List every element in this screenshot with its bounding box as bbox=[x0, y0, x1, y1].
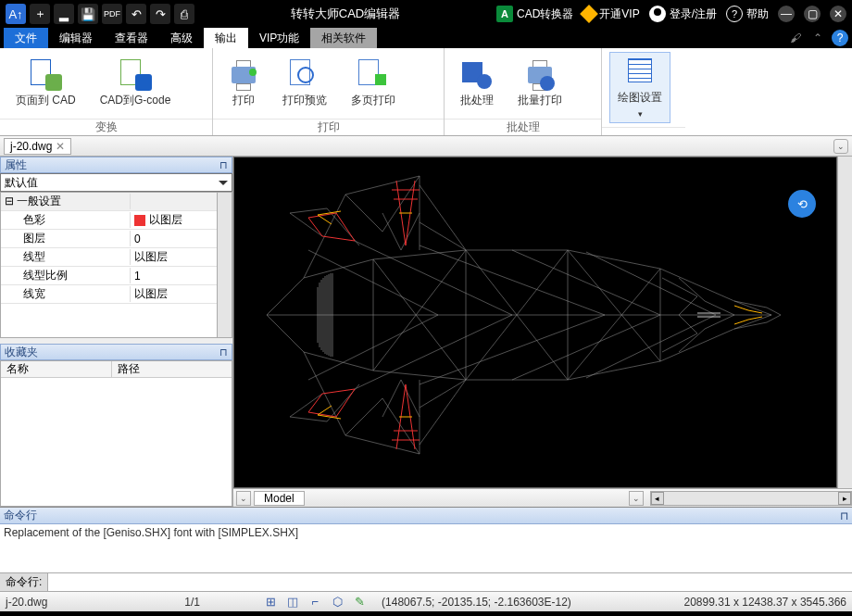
scrollbar[interactable] bbox=[217, 193, 232, 337]
vip-button[interactable]: 开通VIP bbox=[583, 6, 639, 22]
ribbon: 页面到 CAD CAD到G-code 变换 打印 打印预览 多页打印 打印 批处… bbox=[0, 48, 852, 136]
tab-advanced[interactable]: 高级 bbox=[159, 28, 204, 48]
help-button[interactable]: ?帮助 bbox=[726, 6, 769, 22]
batch-print-button[interactable]: 批量打印 bbox=[509, 55, 570, 113]
favorites-header: 收藏夹⊓ bbox=[0, 344, 232, 360]
close-tab-icon[interactable]: ✕ bbox=[56, 140, 65, 153]
tab-dropdown-icon[interactable]: ⌄ bbox=[833, 139, 848, 154]
command-input[interactable] bbox=[48, 573, 852, 591]
snap-icon[interactable]: ◫ bbox=[285, 595, 300, 610]
draw-settings-button[interactable]: 绘图设置▾ bbox=[609, 52, 670, 123]
login-button[interactable]: 登录/注册 bbox=[649, 6, 717, 22]
help-icon[interactable]: ? bbox=[832, 30, 848, 46]
status-bar: j-20.dwg 1/1 ⊞ ◫ ⌐ ⬡ ✎ (148067.5; -20135… bbox=[0, 591, 852, 611]
properties-header: 属性⊓ bbox=[0, 157, 232, 173]
command-output: Replacement of the [Geniso.SHX] font wit… bbox=[0, 524, 852, 572]
pdf-icon[interactable]: PDF bbox=[102, 4, 122, 24]
group-batch: 批处理 bbox=[445, 119, 601, 135]
redo-icon[interactable]: ↷ bbox=[150, 4, 170, 24]
polar-icon[interactable]: ⬡ bbox=[330, 595, 345, 610]
open-icon[interactable]: ▂ bbox=[54, 4, 74, 24]
status-file: j-20.dwg bbox=[6, 596, 47, 609]
pin-icon[interactable]: ⊓ bbox=[840, 509, 848, 522]
osnap-icon[interactable]: ✎ bbox=[352, 595, 367, 610]
batch-button[interactable]: 批处理 bbox=[452, 55, 502, 113]
file-tab-bar: j-20.dwg✕ ⌄ bbox=[0, 136, 852, 157]
vscrollbar[interactable] bbox=[837, 157, 852, 488]
hscrollbar[interactable]: ◂▸ bbox=[650, 491, 852, 506]
tab-viewer[interactable]: 查看器 bbox=[104, 28, 159, 48]
prop-row[interactable]: 线型比例1 bbox=[1, 267, 232, 285]
converter-button[interactable]: ACAD转换器 bbox=[496, 6, 573, 22]
undo-icon[interactable]: ↶ bbox=[126, 4, 146, 24]
status-coord: (148067.5; -20135.15; -2.163603E-12) bbox=[382, 596, 571, 609]
cad-to-gcode-button[interactable]: CAD到G-code bbox=[92, 55, 180, 113]
page-to-cad-button[interactable]: 页面到 CAD bbox=[7, 55, 84, 113]
file-tab[interactable]: j-20.dwg✕ bbox=[4, 138, 71, 155]
print-icon[interactable]: ⎙ bbox=[174, 4, 194, 24]
app-logo: A↑ bbox=[6, 4, 26, 24]
pin-icon[interactable]: ⊓ bbox=[219, 346, 228, 358]
tab-vip[interactable]: VIP功能 bbox=[248, 28, 310, 48]
print-button[interactable]: 打印 bbox=[220, 55, 267, 113]
prop-group[interactable]: ⊟ 一般设置 bbox=[1, 193, 232, 211]
save-icon[interactable]: 💾 bbox=[78, 4, 98, 24]
command-header: 命令行⊓ bbox=[0, 508, 852, 524]
tab-editor[interactable]: 编辑器 bbox=[48, 28, 104, 48]
default-combo[interactable]: 默认值 bbox=[0, 173, 232, 192]
maximize-button[interactable]: ▢ bbox=[804, 6, 821, 22]
window-title: 转转大师CAD编辑器 bbox=[194, 6, 496, 22]
minimize-button[interactable]: — bbox=[778, 6, 795, 22]
status-page: 1/1 bbox=[184, 596, 200, 609]
status-extents: 20899.31 x 12438.37 x 3545.366 bbox=[684, 596, 847, 609]
grid-icon[interactable]: ⊞ bbox=[263, 595, 278, 610]
command-line: 命令行: bbox=[0, 572, 852, 591]
style-icon[interactable]: 🖌 bbox=[787, 30, 804, 46]
new-icon[interactable]: ＋ bbox=[30, 4, 50, 24]
print-preview-button[interactable]: 打印预览 bbox=[274, 55, 335, 113]
prop-row[interactable]: 图层0 bbox=[1, 230, 232, 248]
tab-file[interactable]: 文件 bbox=[4, 28, 48, 48]
tab-output[interactable]: 输出 bbox=[204, 28, 248, 48]
ortho-icon[interactable]: ⌐ bbox=[307, 595, 322, 610]
drawing-canvas[interactable]: ⟲ bbox=[233, 157, 837, 488]
prop-row[interactable]: 线型以图层 bbox=[1, 248, 232, 267]
tab-related[interactable]: 相关软件 bbox=[310, 28, 377, 48]
command-label: 命令行: bbox=[0, 573, 48, 591]
prop-row[interactable]: 色彩以图层 bbox=[1, 211, 232, 230]
favorites-list: 名称路径 bbox=[0, 360, 232, 507]
collapse-icon[interactable]: ⌃ bbox=[809, 30, 826, 46]
layout-next-icon[interactable]: ⌄ bbox=[629, 491, 644, 506]
model-bar: ⌄ Model ⌄ ◂▸ bbox=[233, 488, 852, 507]
multipage-print-button[interactable]: 多页打印 bbox=[343, 55, 404, 113]
properties-list: ⊟ 一般设置 色彩以图层 图层0 线型以图层 线型比例1 线宽以图层 bbox=[0, 192, 232, 338]
group-print: 打印 bbox=[213, 119, 444, 135]
model-tab[interactable]: Model bbox=[254, 491, 305, 506]
titlebar: A↑ ＋ ▂ 💾 PDF ↶ ↷ ⎙ 转转大师CAD编辑器 ACAD转换器 开通… bbox=[0, 0, 852, 28]
menu-bar: 文件 编辑器 查看器 高级 输出 VIP功能 相关软件 🖌 ⌃ ? bbox=[0, 28, 852, 48]
pin-icon[interactable]: ⊓ bbox=[219, 159, 228, 171]
fav-columns: 名称路径 bbox=[1, 361, 232, 378]
prop-row[interactable]: 线宽以图层 bbox=[1, 285, 232, 304]
group-transform: 变换 bbox=[0, 119, 212, 135]
close-button[interactable]: ✕ bbox=[830, 6, 846, 22]
layout-prev-icon[interactable]: ⌄ bbox=[236, 491, 251, 506]
